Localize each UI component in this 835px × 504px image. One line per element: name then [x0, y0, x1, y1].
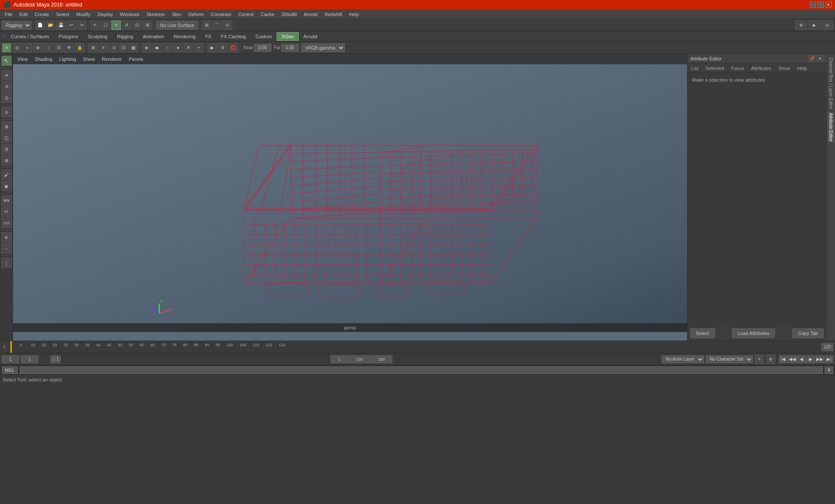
ae-tab-help[interactable]: Help	[795, 65, 809, 72]
character-set-edit-button[interactable]: ✎	[755, 355, 764, 364]
rotate-mode-button[interactable]: ↺	[1, 81, 12, 92]
timeline-area[interactable]: 1 1 5 10 15 20 25 30 35 40 45 50 55 60 6…	[0, 341, 835, 353]
tool-btn-21[interactable]: ⏸	[218, 43, 227, 53]
menu-3dtoa[interactable]: 3DtoAll	[278, 11, 300, 18]
end-frame-input-field[interactable]: 1	[331, 355, 348, 363]
tool-btn-10[interactable]: ≡	[99, 43, 108, 53]
menu-modify[interactable]: Modify	[73, 11, 93, 18]
tool-btn-18[interactable]: ✕	[184, 43, 193, 53]
soft-select-button[interactable]: ⊙	[1, 107, 12, 117]
rotate-tool-button[interactable]: ↺	[122, 20, 131, 30]
workspace-dropdown[interactable]: Rigging	[2, 21, 31, 30]
menu-windows[interactable]: Windows	[117, 11, 143, 18]
render-settings-button[interactable]: ⚙	[795, 20, 807, 30]
frame-all-button[interactable]: ⊟	[1, 144, 12, 154]
transform-tool-button[interactable]: ⊞	[143, 20, 152, 30]
character-set-settings-button[interactable]: ⚙	[766, 355, 775, 364]
tool-btn-6[interactable]: ⊡	[54, 43, 63, 53]
isolate-button[interactable]: ◫	[1, 133, 12, 143]
tab-arnold[interactable]: Arnold	[299, 32, 322, 41]
tab-sculpting[interactable]: Sculpting	[83, 32, 112, 41]
tab-curves-surfaces[interactable]: Curves / Surfaces	[6, 32, 53, 41]
lt-btn-more[interactable]: ⋮	[1, 258, 12, 268]
channel-box-layer-editor-tab[interactable]: Channel Box / Layer Editor	[828, 56, 834, 111]
vp-menu-view[interactable]: View	[15, 56, 30, 63]
save-file-button[interactable]: 💾	[56, 20, 66, 30]
near-input[interactable]	[254, 44, 271, 52]
tab-xgen[interactable]: XGen	[277, 32, 298, 41]
ipr-button[interactable]: ◎	[821, 20, 833, 30]
go-end-button[interactable]: ▶|	[825, 355, 833, 363]
snap-curve-button[interactable]: ⌒	[212, 20, 222, 30]
tool-btn-20[interactable]: ▶	[207, 43, 217, 53]
ae-pin-button[interactable]: 📌	[808, 55, 815, 62]
lt-btn-extra3[interactable]: ⊡⊡	[1, 218, 12, 228]
menu-select[interactable]: Select	[53, 11, 73, 18]
tool-btn-19[interactable]: +	[194, 43, 204, 53]
attribute-editor-tab[interactable]: Attribute Editor	[828, 112, 834, 143]
tab-custom[interactable]: Custom	[251, 32, 277, 41]
tool-btn-17[interactable]: ●	[173, 43, 183, 53]
viewport[interactable]: View Shading Lighting Show Renderer Pane…	[13, 54, 687, 341]
timeline-ruler[interactable]: 1 5 10 15 20 25 30 35 40 45 50 55 60 65 …	[10, 341, 820, 353]
go-start-button[interactable]: |◀	[779, 355, 788, 363]
menu-file[interactable]: File	[2, 11, 16, 18]
tool-btn-4[interactable]: ⊕	[33, 43, 43, 53]
lt-btn-extra1[interactable]: ⊞⊞	[1, 195, 12, 206]
select-tool-button[interactable]: ↖	[90, 20, 100, 30]
scale-tool-button[interactable]: ⊡	[132, 20, 142, 30]
paint-button[interactable]: 🖌	[1, 169, 12, 180]
tool-btn-7[interactable]: 👁	[64, 43, 74, 53]
vp-menu-show[interactable]: Show	[80, 56, 98, 63]
snap-point-button[interactable]: ⊙	[223, 20, 232, 30]
ae-tab-selected[interactable]: Selected	[704, 65, 726, 72]
ae-tab-attributes[interactable]: Attributes	[749, 65, 773, 72]
vp-menu-renderer[interactable]: Renderer	[99, 56, 124, 63]
tool-btn-22[interactable]: ⭕	[228, 43, 238, 53]
play-forward-button[interactable]: ▶	[806, 355, 815, 363]
tool-btn-3[interactable]: ●	[23, 43, 32, 53]
ae-tab-focus[interactable]: Focus	[729, 65, 746, 72]
far-input[interactable]	[281, 44, 299, 52]
render-button[interactable]: ▶	[808, 20, 820, 30]
menu-redshift[interactable]: Redshift	[321, 11, 345, 18]
start-frame-input[interactable]	[2, 355, 19, 363]
menu-constrain[interactable]: Constrain	[208, 11, 234, 18]
step-forward-button[interactable]: ▶▶	[815, 355, 824, 363]
command-input[interactable]	[20, 366, 823, 374]
mel-label[interactable]: MEL	[2, 366, 18, 374]
tool-btn-1[interactable]: ✕	[2, 43, 11, 53]
tab-fx[interactable]: FX	[200, 32, 216, 41]
tool-btn-15[interactable]: ◆	[152, 43, 162, 53]
tool-btn-2[interactable]: ◎	[12, 43, 22, 53]
maximize-button[interactable]: □	[818, 2, 824, 8]
frame-selected-button[interactable]: ⊞	[1, 155, 12, 166]
anim-layer-dropdown[interactable]: No Anim Layer	[662, 355, 704, 363]
ae-tab-list[interactable]: List	[689, 65, 700, 72]
ae-close-button[interactable]: ✕	[817, 55, 824, 62]
step-back-button[interactable]: ◀◀	[788, 355, 797, 363]
menu-control[interactable]: Control	[235, 11, 257, 18]
tab-rendering[interactable]: Rendering	[169, 32, 200, 41]
tool-btn-11[interactable]: ⊙	[109, 43, 119, 53]
vp-menu-lighting[interactable]: Lighting	[57, 56, 79, 63]
move-tool-button[interactable]: ✛	[111, 20, 121, 30]
select-mode-button[interactable]: ↖	[1, 56, 12, 66]
tool-btn-9[interactable]: ⊞	[88, 43, 98, 53]
lt-btn-grid[interactable]: ⊞	[1, 232, 12, 242]
menu-display[interactable]: Display	[94, 11, 116, 18]
sculpt-button[interactable]: ◉	[1, 181, 12, 191]
undo-button[interactable]: ↩	[67, 20, 76, 30]
snap-grid-button[interactable]: ⊞	[202, 20, 211, 30]
range-end-input[interactable]: 120	[348, 355, 370, 363]
menu-skin[interactable]: Skin	[169, 11, 184, 18]
menu-cache[interactable]: Cache	[257, 11, 277, 18]
command-expand-button[interactable]: ⬆	[825, 366, 833, 374]
menu-help[interactable]: Help	[346, 11, 362, 18]
redo-button[interactable]: ↪	[77, 20, 87, 30]
tool-btn-13[interactable]: ▦	[128, 43, 138, 53]
tab-polygons[interactable]: Polygons	[53, 32, 83, 41]
scale-mode-button[interactable]: ⊡	[1, 93, 12, 103]
display-options-button[interactable]: ⊞	[1, 121, 12, 132]
ae-tab-show[interactable]: Show	[776, 65, 792, 72]
